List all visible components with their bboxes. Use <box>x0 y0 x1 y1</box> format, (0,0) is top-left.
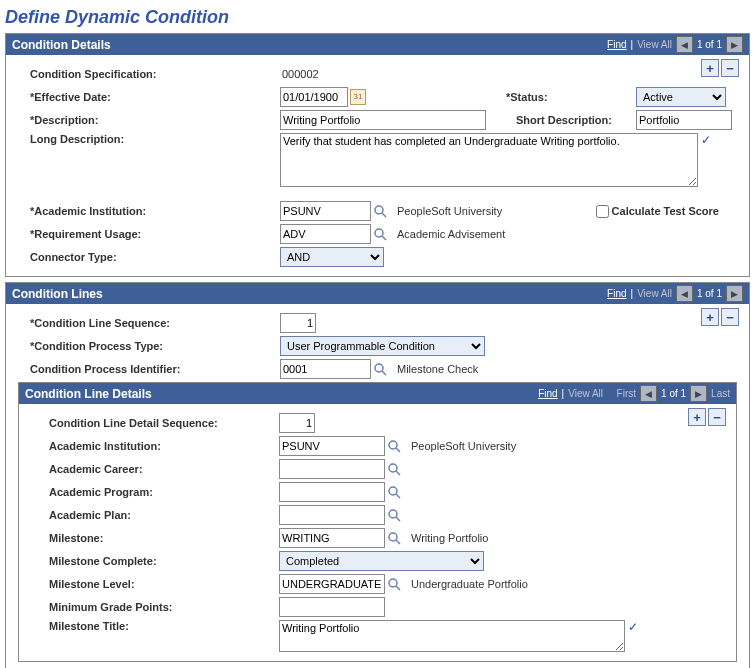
prev-icon[interactable]: ◀ <box>676 285 693 302</box>
lookup-icon[interactable] <box>387 485 401 499</box>
title-textarea[interactable]: Writing Portfolio <box>279 620 625 652</box>
svg-point-6 <box>389 441 397 449</box>
min-gp-input[interactable] <box>279 597 385 617</box>
section-title: Condition Details <box>12 38 111 52</box>
page-title: Define Dynamic Condition <box>5 7 750 28</box>
first-link[interactable]: First <box>617 388 636 399</box>
prev-icon[interactable]: ◀ <box>676 36 693 53</box>
line-seq-input[interactable] <box>280 313 316 333</box>
desc-input[interactable] <box>280 110 486 130</box>
req-usage-input[interactable] <box>280 224 371 244</box>
lookup-icon[interactable] <box>373 204 387 218</box>
title-label: Milestone Title: <box>29 620 209 632</box>
inst-label: Academic Institution: <box>16 205 180 217</box>
add-row-button[interactable]: + <box>701 59 719 77</box>
delete-row-button[interactable]: − <box>721 59 739 77</box>
svg-line-1 <box>382 213 386 217</box>
inst-input[interactable] <box>280 201 371 221</box>
career-input[interactable] <box>279 459 385 479</box>
svg-line-15 <box>396 540 400 544</box>
next-icon[interactable]: ▶ <box>726 285 743 302</box>
row-counter: 1 of 1 <box>697 39 722 50</box>
program-input[interactable] <box>279 482 385 502</box>
next-icon[interactable]: ▶ <box>726 36 743 53</box>
lookup-icon[interactable] <box>373 227 387 241</box>
svg-point-0 <box>375 206 383 214</box>
milestone-input[interactable] <box>279 528 385 548</box>
status-select[interactable]: Active <box>636 87 726 107</box>
calendar-icon[interactable]: 31 <box>350 89 366 105</box>
delete-row-button[interactable]: − <box>721 308 739 326</box>
calc-test-checkbox[interactable] <box>596 205 609 218</box>
condition-details-section: Condition Details Find | View All ◀ 1 of… <box>5 33 750 277</box>
level-desc: Undergraduate Portfolio <box>411 578 528 590</box>
level-label: Milestone Level: <box>29 578 209 590</box>
condition-lines-section: Condition Lines Find | View All ◀ 1 of 1… <box>5 282 750 668</box>
svg-line-7 <box>396 448 400 452</box>
pid-label: Condition Process Identifier: <box>16 363 220 375</box>
view-all-link[interactable]: View All <box>568 388 603 399</box>
detail-seq-input[interactable] <box>279 413 315 433</box>
spec-value: 000002 <box>280 66 321 82</box>
d-inst-input[interactable] <box>279 436 385 456</box>
svg-line-11 <box>396 494 400 498</box>
inst-desc: PeopleSoft University <box>397 205 502 217</box>
add-row-button[interactable]: + <box>688 408 706 426</box>
last-link[interactable]: Last <box>711 388 730 399</box>
row-counter: 1 of 1 <box>697 288 722 299</box>
view-all-link[interactable]: View All <box>637 288 672 299</box>
ptype-select[interactable]: User Programmable Condition <box>280 336 485 356</box>
eff-date-label: Effective Date: <box>16 91 180 103</box>
condition-line-details-section: Condition Line Details Find | View All F… <box>18 382 737 662</box>
svg-line-3 <box>382 236 386 240</box>
min-gp-label: Minimum Grade Points: <box>29 601 209 613</box>
section-title: Condition Lines <box>12 287 103 301</box>
svg-point-10 <box>389 487 397 495</box>
spellcheck-icon[interactable]: ✓ <box>628 620 642 634</box>
short-desc-label: Short Description: <box>516 114 636 126</box>
short-desc-input[interactable] <box>636 110 732 130</box>
lookup-icon[interactable] <box>387 439 401 453</box>
prev-icon[interactable]: ◀ <box>640 385 657 402</box>
d-inst-label: Academic Institution: <box>29 440 209 452</box>
lookup-icon[interactable] <box>387 531 401 545</box>
svg-point-14 <box>389 533 397 541</box>
lookup-icon[interactable] <box>387 462 401 476</box>
pid-input[interactable] <box>280 359 371 379</box>
find-link[interactable]: Find <box>607 39 626 50</box>
condition-lines-header: Condition Lines Find | View All ◀ 1 of 1… <box>6 283 749 304</box>
desc-label: Description: <box>16 114 180 126</box>
condition-line-details-header: Condition Line Details Find | View All F… <box>19 383 736 404</box>
conn-type-select[interactable]: AND <box>280 247 384 267</box>
view-all-link[interactable]: View All <box>637 39 672 50</box>
next-icon[interactable]: ▶ <box>690 385 707 402</box>
find-link[interactable]: Find <box>538 388 557 399</box>
long-desc-textarea[interactable]: Verify that student has completed an Und… <box>280 133 698 187</box>
line-seq-label: Condition Line Sequence: <box>16 317 200 329</box>
lookup-icon[interactable] <box>387 577 401 591</box>
complete-label: Milestone Complete: <box>29 555 209 567</box>
milestone-desc: Writing Portfolio <box>411 532 488 544</box>
svg-point-12 <box>389 510 397 518</box>
condition-details-header: Condition Details Find | View All ◀ 1 of… <box>6 34 749 55</box>
spellcheck-icon[interactable]: ✓ <box>701 133 715 147</box>
eff-date-input[interactable] <box>280 87 348 107</box>
pid-desc: Milestone Check <box>397 363 478 375</box>
svg-point-2 <box>375 229 383 237</box>
ptype-label: Condition Process Type: <box>16 340 200 352</box>
add-row-button[interactable]: + <box>701 308 719 326</box>
plan-input[interactable] <box>279 505 385 525</box>
section-title: Condition Line Details <box>25 387 152 401</box>
svg-point-8 <box>389 464 397 472</box>
milestone-label: Milestone: <box>29 532 209 544</box>
lookup-icon[interactable] <box>387 508 401 522</box>
calc-test-label: Calculate Test Score <box>612 205 719 217</box>
svg-line-9 <box>396 471 400 475</box>
delete-row-button[interactable]: − <box>708 408 726 426</box>
complete-select[interactable]: Completed <box>279 551 484 571</box>
lookup-icon[interactable] <box>373 362 387 376</box>
svg-point-16 <box>389 579 397 587</box>
find-link[interactable]: Find <box>607 288 626 299</box>
svg-line-13 <box>396 517 400 521</box>
level-input[interactable] <box>279 574 385 594</box>
